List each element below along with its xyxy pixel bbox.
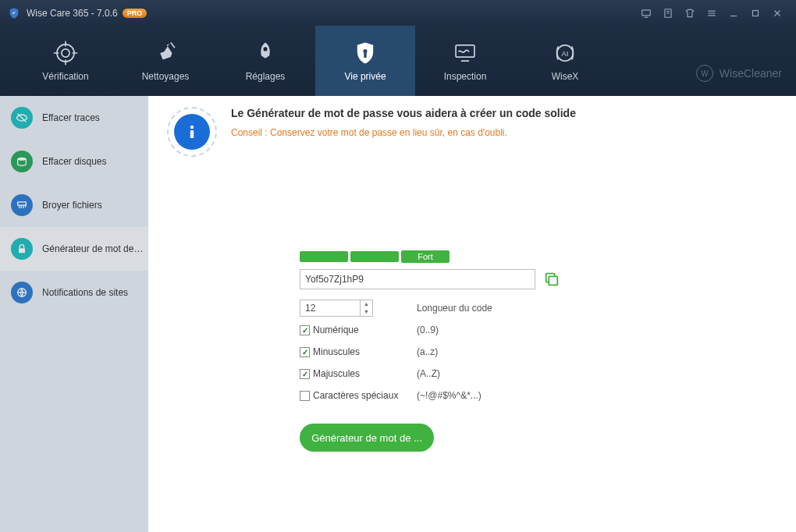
numeric-hint: (0..9): [417, 325, 439, 335]
globe-icon: [11, 282, 33, 303]
svg-rect-13: [19, 248, 25, 253]
svg-text:AI: AI: [562, 50, 569, 58]
header-nav: Vérification Nettoyages Réglages Vie pri…: [0, 26, 796, 96]
tshirt-icon[interactable]: [679, 2, 701, 24]
checkbox-lowercase[interactable]: [300, 347, 310, 357]
checkbox-numeric[interactable]: [300, 325, 310, 335]
password-output[interactable]: [300, 269, 535, 289]
length-label: Longueur du code: [417, 303, 492, 314]
tab-reglages[interactable]: Réglages: [215, 26, 315, 96]
privacy-shield-icon: [352, 40, 378, 66]
app-shield-icon: [8, 7, 20, 20]
content-area: Le Générateur de mot de passe vous aider…: [148, 96, 796, 532]
pro-badge: PRO: [123, 9, 147, 18]
menu-icon[interactable]: [701, 2, 723, 24]
svg-point-11: [18, 158, 27, 161]
lock-icon: [11, 238, 33, 260]
tab-nettoyages[interactable]: Nettoyages: [115, 26, 215, 96]
brand-w-icon: W: [696, 65, 713, 82]
generate-button[interactable]: Générateur de mot de ...: [300, 424, 434, 452]
special-hint: (~!@#$%^&*...): [417, 390, 482, 401]
svg-rect-7: [364, 52, 366, 58]
maximize-icon[interactable]: [744, 2, 766, 24]
tab-verification[interactable]: Vérification: [16, 26, 115, 96]
disk-icon: [11, 151, 33, 172]
sidebar: Effacer traces Effacer disques Broyer fi…: [0, 96, 148, 532]
feedback-icon[interactable]: [635, 2, 657, 24]
strength-seg-1: [300, 251, 348, 262]
svg-rect-12: [18, 202, 27, 205]
app-title: Wise Care 365 - 7.0.6: [27, 8, 118, 19]
monitor-icon: [452, 40, 478, 66]
tab-inspection[interactable]: Inspection: [415, 26, 515, 96]
sidebar-item-effacer-traces[interactable]: Effacer traces: [0, 96, 148, 140]
svg-rect-17: [549, 276, 557, 285]
shredder-icon: [11, 194, 33, 216]
sidebar-item-notifications[interactable]: Notifications de sites: [0, 271, 148, 314]
page-heading: Le Générateur de mot de passe vous aider…: [231, 107, 576, 119]
svg-point-3: [57, 44, 74, 62]
brand-logo[interactable]: W WiseCleaner: [696, 65, 782, 82]
titlebar: Wise Care 365 - 7.0.6 PRO: [0, 0, 796, 26]
svg-rect-0: [642, 9, 651, 15]
svg-rect-2: [753, 10, 759, 16]
length-spinner[interactable]: 12 ▲▼: [300, 300, 373, 317]
info-badge-icon: [167, 107, 217, 157]
spinner-up[interactable]: ▲: [361, 300, 372, 308]
strength-label: Fort: [401, 250, 450, 263]
close-icon[interactable]: [766, 2, 788, 24]
sidebar-item-effacer-disques[interactable]: Effacer disques: [0, 140, 148, 183]
broom-icon: [152, 40, 179, 66]
checkbox-uppercase[interactable]: [300, 369, 310, 379]
spinner-down[interactable]: ▼: [361, 308, 372, 316]
tab-wisex[interactable]: AI WiseX: [515, 26, 615, 96]
strength-seg-2: [350, 251, 399, 262]
page-tip: Conseil : Conservez votre mot de passe e…: [231, 127, 576, 138]
notes-icon[interactable]: [657, 2, 679, 24]
rocket-icon: [252, 40, 279, 66]
ai-icon: AI: [552, 40, 578, 66]
checkbox-special[interactable]: [300, 391, 310, 401]
tab-vie-privee[interactable]: Vie privée: [315, 26, 415, 96]
sidebar-item-generateur[interactable]: Générateur de mot de p...: [0, 227, 148, 271]
copy-button[interactable]: [543, 271, 560, 288]
sidebar-item-broyer-fichiers[interactable]: Broyer fichiers: [0, 183, 148, 227]
minimize-icon[interactable]: [723, 2, 744, 24]
uppercase-hint: (A..Z): [417, 368, 440, 379]
strength-meter: Fort: [300, 250, 666, 263]
lowercase-hint: (a..z): [417, 346, 438, 357]
target-icon: [52, 40, 79, 66]
svg-point-5: [263, 47, 267, 51]
svg-point-15: [190, 126, 194, 129]
svg-rect-16: [190, 130, 194, 138]
eye-off-icon: [11, 107, 33, 129]
svg-point-4: [62, 49, 69, 57]
